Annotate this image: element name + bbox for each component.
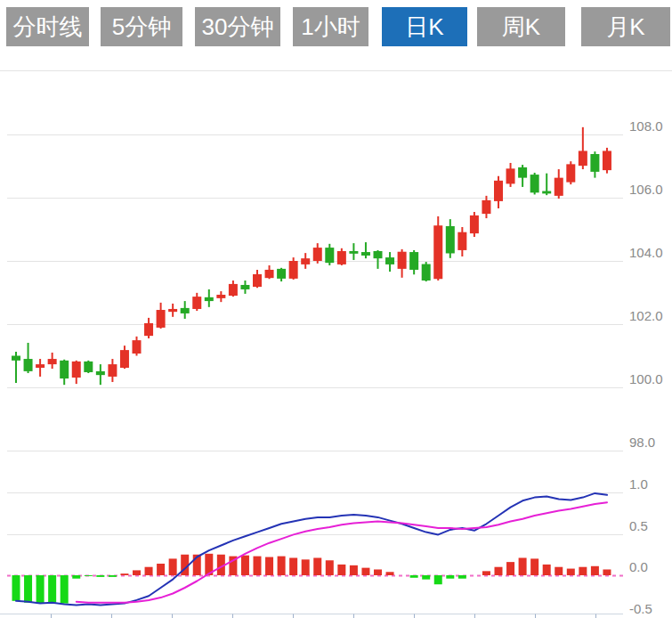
candle-down	[240, 285, 249, 289]
candle-down	[530, 175, 539, 192]
candle-up	[482, 200, 490, 214]
candle-up	[579, 150, 587, 166]
macd-bar-up	[567, 569, 575, 575]
macd-bar-down	[12, 575, 20, 601]
candle-down	[446, 226, 455, 254]
candle-up	[157, 310, 166, 328]
kline-app: 分时线 5分钟 30分钟 1小时 日K 周K 月K 108.0106.0104.…	[0, 0, 672, 618]
candle-up	[48, 359, 57, 364]
candle-up	[36, 364, 45, 368]
dif-line	[16, 493, 607, 606]
candle-up	[216, 295, 225, 298]
candle-up	[603, 150, 611, 170]
candle-down	[205, 297, 214, 301]
candle-down	[181, 308, 190, 313]
macd-bar-up	[591, 566, 599, 575]
candle-down	[409, 252, 418, 270]
candle-up	[470, 215, 479, 233]
macd-histogram	[12, 554, 611, 604]
candle-up	[192, 297, 201, 309]
candle-up	[168, 309, 177, 312]
candle-up	[398, 252, 407, 269]
candle-up	[313, 248, 322, 261]
macd-bar-up	[506, 562, 514, 575]
macd-bar-down	[422, 575, 430, 580]
candle-down	[374, 251, 383, 258]
macd-bar-up	[157, 564, 165, 575]
macd-bar-up	[133, 570, 141, 575]
candle-up	[289, 261, 298, 279]
macd-bar-up	[278, 557, 286, 575]
macd-bar-down	[96, 575, 104, 577]
candle-down	[12, 356, 20, 361]
candle-down	[24, 359, 33, 371]
candle-down	[96, 371, 105, 375]
macd-bar-up	[120, 573, 128, 575]
macd-bar-up	[519, 557, 527, 575]
macd-bar-up	[543, 565, 551, 575]
price-axis-label: 102.0	[629, 308, 663, 323]
macd-bar-down	[85, 575, 93, 576]
price-axis-label: 108.0	[629, 118, 663, 134]
macd-axis-label: 0.5	[629, 518, 648, 533]
dif-line	[16, 493, 607, 606]
candle-up	[337, 251, 346, 264]
candle-up	[108, 364, 117, 377]
candle-up	[506, 168, 515, 183]
price-axis-label: 104.0	[629, 245, 663, 260]
macd-bar-down	[410, 575, 418, 578]
macd-bar-down	[446, 575, 454, 579]
candlestick-series	[12, 127, 611, 385]
candle-up	[265, 270, 274, 278]
dea-line	[77, 502, 607, 603]
macd-bar-up	[495, 567, 503, 575]
candle-up	[120, 350, 129, 368]
macd-bar-up	[289, 557, 297, 575]
candle-up	[555, 178, 563, 196]
macd-bar-up	[374, 569, 382, 575]
candle-down	[518, 167, 527, 178]
macd-bar-up	[313, 557, 321, 575]
macd-bar-up	[482, 571, 490, 575]
candle-up	[144, 323, 153, 336]
macd-bar-up	[603, 569, 611, 575]
macd-bar-down	[36, 575, 45, 604]
candle-down	[60, 361, 69, 378]
candle-up	[72, 362, 81, 378]
macd-axis-label: 0.0	[629, 559, 648, 574]
candle-down	[385, 257, 394, 264]
candle-down	[422, 264, 431, 281]
candle-up	[133, 340, 142, 354]
macd-bar-up	[350, 565, 358, 575]
candle-down	[361, 252, 370, 256]
macd-bar-down	[48, 575, 56, 603]
macd-bar-up	[302, 559, 310, 575]
macd-bar-down	[61, 575, 69, 604]
macd-bar-up	[337, 565, 345, 575]
macd-bar-down	[24, 575, 32, 603]
macd-bar-up	[530, 558, 538, 575]
candle-up	[566, 164, 575, 182]
candle-up	[253, 274, 262, 287]
macd-axis-label: 1.0	[629, 476, 648, 492]
macd-bar-up	[265, 557, 273, 575]
candle-up	[229, 284, 238, 296]
macd-bar-up	[361, 568, 369, 575]
macd-bar-up	[145, 567, 153, 575]
candle-down	[325, 248, 334, 263]
price-axis-label: 106.0	[629, 182, 663, 197]
candle-up	[494, 181, 503, 201]
macd-bar-up	[326, 560, 334, 575]
candle-down	[84, 362, 93, 372]
candle-up	[301, 258, 310, 264]
price-axis-labels: 108.0106.0104.0102.0100.098.0	[629, 118, 663, 450]
candle-down	[542, 191, 551, 194]
candle-up	[433, 225, 442, 279]
macd-bar-down	[72, 575, 80, 579]
candle-up	[457, 232, 466, 250]
candle-down	[277, 269, 286, 279]
kline-chart[interactable]: 108.0106.0104.0102.0100.098.01.00.50.0-0…	[0, 0, 672, 618]
macd-bar-down	[109, 575, 117, 577]
macd-bar-up	[169, 558, 177, 575]
candle-down	[349, 251, 358, 254]
